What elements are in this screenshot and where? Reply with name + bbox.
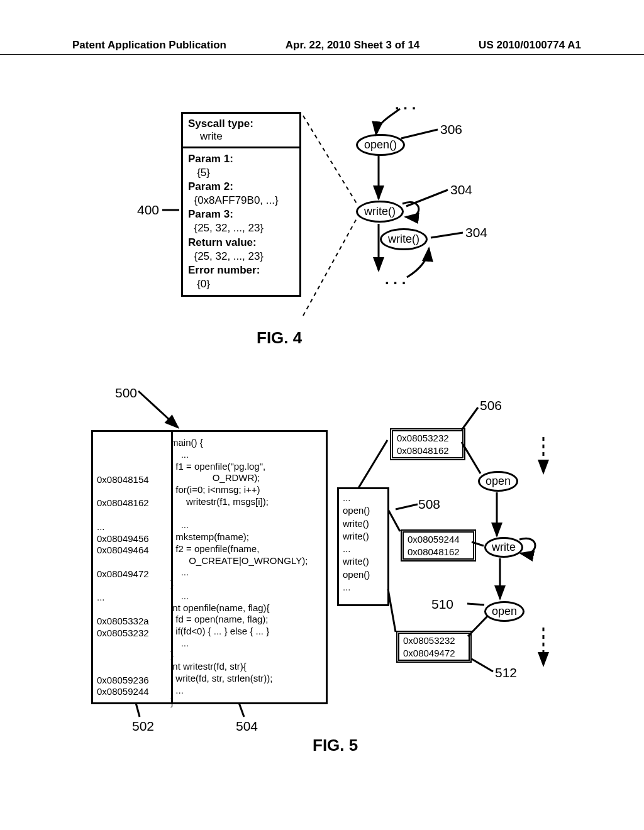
header-center: Apr. 22, 2010 Sheet 3 of 14 [286, 39, 420, 52]
fig5-code: main() { ... f1 = openfile("pg.log", O_R… [170, 437, 322, 708]
fig4-node-write2-label: write() [388, 233, 419, 245]
fig4-box-body: Param 1: {5} Param 2: {0x8AFF79B0, ...} … [183, 148, 299, 295]
dots-icon: . . . [395, 96, 416, 113]
fig4-box-title-label: Syscall type: [188, 118, 253, 130]
fig5-node-write-label: write [492, 541, 516, 553]
fig4-node-write2: write() [380, 228, 428, 250]
fig5-tag-write-line2: 0x08048162 [408, 546, 469, 558]
fig5-label-506: 506 [480, 398, 502, 413]
fig5-tag-512-line2: 0x08049472 [403, 647, 465, 660]
fig4-box-title: Syscall type: write [183, 114, 299, 148]
fig4-node-write1-label: write() [364, 205, 396, 218]
fig5-syscall-text: ... open() write() write() ... write() o… [343, 492, 384, 594]
fig5-label-510: 510 [431, 597, 453, 612]
fig4-param2-value: {0x8AFF79B0, ...} [194, 194, 278, 206]
fig5-tag-512-line1: 0x08053232 [403, 634, 465, 647]
fig4-label-304b: 304 [465, 225, 487, 240]
fig4-syscall-box: Syscall type: write Param 1: {5} Param 2… [181, 112, 301, 297]
fig5-tag-506: 0x08053232 0x08048162 [390, 428, 465, 460]
fig4-box-title-value: write [200, 130, 223, 142]
fig5-label-502: 502 [132, 719, 154, 734]
fig4-return-value: {25, 32, ..., 23} [194, 250, 264, 262]
fig5-tag-write: 0x08059244 0x08048162 [401, 529, 476, 562]
fig4-node-write1: write() [356, 201, 404, 223]
fig4-param3-label: Param 3: [188, 208, 233, 220]
fig5-tag-506-line2: 0x08048162 [397, 445, 458, 457]
fig4-param3-value: {25, 32, ..., 23} [194, 222, 264, 234]
fig4-param2-label: Param 2: [188, 180, 233, 192]
fig4-return-label: Return value: [188, 236, 257, 248]
fig4-error-label: Error number: [188, 264, 260, 276]
fig4-param1-label: Param 1: [188, 153, 233, 165]
fig5-title: FIG. 5 [313, 736, 358, 755]
diagram-arrows [0, 0, 644, 830]
fig5-label-504: 504 [236, 719, 258, 734]
fig5-node-write: write [484, 537, 523, 558]
fig4-node-open: open() [356, 134, 405, 156]
fig5-syscall-list: ... open() write() write() ... write() o… [337, 487, 389, 606]
fig5-node-open2: open [484, 601, 525, 622]
fig5-node-open2-label: open [492, 605, 517, 617]
fig5-tag-512: 0x08053232 0x08049472 [396, 631, 472, 663]
fig5-node-open1: open [478, 471, 518, 492]
header-right: US 2010/0100774 A1 [479, 39, 581, 52]
fig4-label-306: 306 [440, 122, 462, 137]
fig5-addresses-column: 0x08048154 0x08048162 ... 0x08049456 0x0… [93, 432, 173, 702]
fig4-label-304a: 304 [450, 182, 472, 197]
fig5-tag-write-line1: 0x08059244 [408, 533, 469, 546]
fig5-addresses: 0x08048154 0x08048162 ... 0x08049456 0x0… [97, 462, 167, 698]
fig4-param1-value: {5} [197, 167, 210, 179]
fig4-error-value: {0} [197, 278, 210, 290]
fig4-label-400: 400 [137, 202, 159, 218]
dots-icon: . . . [385, 270, 406, 288]
fig5-tag-506-line1: 0x08053232 [397, 432, 458, 445]
fig5-label-508: 508 [418, 497, 440, 512]
fig5-label-500: 500 [115, 385, 137, 401]
fig4-title: FIG. 4 [257, 328, 302, 348]
header-left: Patent Application Publication [72, 39, 226, 52]
fig5-code-column: main() { ... f1 = openfile("pg.log", O_R… [165, 432, 326, 702]
fig5-label-512: 512 [495, 665, 517, 680]
fig5-code-table: 0x08048154 0x08048162 ... 0x08049456 0x0… [91, 430, 328, 704]
fig5-node-open1-label: open [486, 475, 511, 487]
page-header: Patent Application Publication Apr. 22, … [0, 39, 644, 55]
fig4-node-open-label: open() [364, 138, 397, 151]
